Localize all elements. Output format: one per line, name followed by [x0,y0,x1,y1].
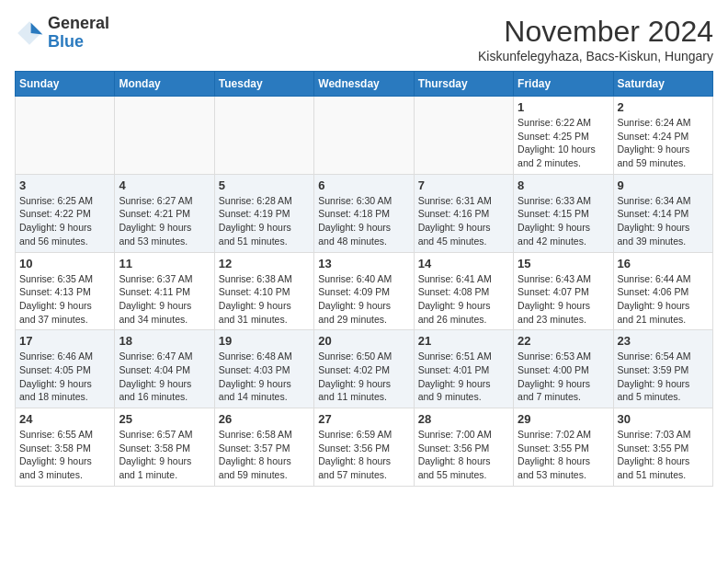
calendar-cell: 12Sunrise: 6:38 AM Sunset: 4:10 PM Dayli… [214,252,313,330]
day-number: 24 [19,412,110,426]
calendar-week-4: 17Sunrise: 6:46 AM Sunset: 4:05 PM Dayli… [16,330,713,408]
day-info: Sunrise: 6:22 AM Sunset: 4:25 PM Dayligh… [518,116,609,170]
day-number: 23 [618,334,709,348]
calendar-header-row: SundayMondayTuesdayWednesdayThursdayFrid… [16,72,713,97]
day-number: 20 [318,334,409,348]
day-info: Sunrise: 6:46 AM Sunset: 4:05 PM Dayligh… [19,350,110,404]
day-info: Sunrise: 6:55 AM Sunset: 3:58 PM Dayligh… [19,428,110,482]
day-number: 25 [119,412,210,426]
calendar-cell: 24Sunrise: 6:55 AM Sunset: 3:58 PM Dayli… [16,408,115,487]
calendar-cell [214,97,313,175]
calendar-cell: 14Sunrise: 6:41 AM Sunset: 4:08 PM Dayli… [414,252,513,330]
calendar-cell: 18Sunrise: 6:47 AM Sunset: 4:04 PM Dayli… [115,330,214,408]
day-info: Sunrise: 6:30 AM Sunset: 4:18 PM Dayligh… [318,194,409,248]
calendar-cell: 5Sunrise: 6:28 AM Sunset: 4:19 PM Daylig… [214,174,313,252]
calendar-cell: 3Sunrise: 6:25 AM Sunset: 4:22 PM Daylig… [16,174,115,252]
calendar-cell: 17Sunrise: 6:46 AM Sunset: 4:05 PM Dayli… [16,330,115,408]
calendar-cell: 1Sunrise: 6:22 AM Sunset: 4:25 PM Daylig… [514,97,613,175]
calendar-week-2: 3Sunrise: 6:25 AM Sunset: 4:22 PM Daylig… [16,174,713,252]
calendar-cell: 23Sunrise: 6:54 AM Sunset: 3:59 PM Dayli… [613,330,712,408]
day-header-monday: Monday [115,72,214,97]
day-info: Sunrise: 6:41 AM Sunset: 4:08 PM Dayligh… [418,272,509,327]
day-info: Sunrise: 7:03 AM Sunset: 3:55 PM Dayligh… [618,428,709,482]
calendar-cell [414,97,513,175]
day-info: Sunrise: 6:25 AM Sunset: 4:22 PM Dayligh… [19,194,110,248]
calendar-cell: 10Sunrise: 6:35 AM Sunset: 4:13 PM Dayli… [16,252,115,330]
day-number: 15 [518,257,609,270]
header: General Blue November 2024 Kiskunfelegyh… [15,15,713,63]
calendar-cell: 20Sunrise: 6:50 AM Sunset: 4:02 PM Dayli… [314,330,414,408]
calendar-cell: 7Sunrise: 6:31 AM Sunset: 4:16 PM Daylig… [414,174,513,252]
calendar: SundayMondayTuesdayWednesdayThursdayFrid… [15,71,713,487]
day-info: Sunrise: 6:37 AM Sunset: 4:11 PM Dayligh… [119,272,210,327]
day-number: 12 [219,257,310,270]
calendar-cell: 6Sunrise: 6:30 AM Sunset: 4:18 PM Daylig… [314,174,414,252]
calendar-cell: 25Sunrise: 6:57 AM Sunset: 3:58 PM Dayli… [115,408,214,487]
calendar-cell: 19Sunrise: 6:48 AM Sunset: 4:03 PM Dayli… [214,330,313,408]
day-number: 21 [418,334,509,348]
day-info: Sunrise: 6:43 AM Sunset: 4:07 PM Dayligh… [518,272,609,327]
day-number: 17 [19,334,110,348]
day-info: Sunrise: 6:33 AM Sunset: 4:15 PM Dayligh… [518,194,609,248]
day-info: Sunrise: 6:44 AM Sunset: 4:06 PM Dayligh… [618,272,709,327]
svg-marker-1 [31,23,43,35]
day-number: 13 [318,257,409,270]
day-info: Sunrise: 7:00 AM Sunset: 3:56 PM Dayligh… [418,428,509,482]
calendar-week-5: 24Sunrise: 6:55 AM Sunset: 3:58 PM Dayli… [16,408,713,487]
logo-general: General [48,14,109,32]
calendar-week-3: 10Sunrise: 6:35 AM Sunset: 4:13 PM Dayli… [16,252,713,330]
calendar-cell [115,97,214,175]
day-header-thursday: Thursday [414,72,513,97]
day-number: 9 [618,178,709,192]
calendar-cell: 15Sunrise: 6:43 AM Sunset: 4:07 PM Dayli… [514,252,613,330]
logo-icon [15,18,44,48]
day-info: Sunrise: 6:48 AM Sunset: 4:03 PM Dayligh… [219,350,310,404]
day-number: 28 [418,412,509,426]
calendar-cell: 8Sunrise: 6:33 AM Sunset: 4:15 PM Daylig… [514,174,613,252]
logo-text: General Blue [48,15,109,52]
calendar-cell: 11Sunrise: 6:37 AM Sunset: 4:11 PM Dayli… [115,252,214,330]
day-number: 27 [318,412,409,426]
day-info: Sunrise: 6:27 AM Sunset: 4:21 PM Dayligh… [119,194,210,248]
day-number: 30 [618,412,709,426]
day-info: Sunrise: 6:47 AM Sunset: 4:04 PM Dayligh… [119,350,210,404]
logo: General Blue [15,15,109,52]
day-info: Sunrise: 6:59 AM Sunset: 3:56 PM Dayligh… [318,428,409,482]
day-header-friday: Friday [514,72,613,97]
calendar-cell: 13Sunrise: 6:40 AM Sunset: 4:09 PM Dayli… [314,252,414,330]
day-number: 3 [19,178,110,192]
day-info: Sunrise: 6:31 AM Sunset: 4:16 PM Dayligh… [418,194,509,248]
calendar-cell: 29Sunrise: 7:02 AM Sunset: 3:55 PM Dayli… [514,408,613,487]
day-info: Sunrise: 6:28 AM Sunset: 4:19 PM Dayligh… [219,194,310,248]
day-info: Sunrise: 6:40 AM Sunset: 4:09 PM Dayligh… [318,272,409,327]
day-info: Sunrise: 6:57 AM Sunset: 3:58 PM Dayligh… [119,428,210,482]
day-info: Sunrise: 6:53 AM Sunset: 4:00 PM Dayligh… [518,350,609,404]
day-info: Sunrise: 6:54 AM Sunset: 3:59 PM Dayligh… [618,350,709,404]
calendar-cell: 21Sunrise: 6:51 AM Sunset: 4:01 PM Dayli… [414,330,513,408]
day-number: 22 [518,334,609,348]
calendar-cell: 28Sunrise: 7:00 AM Sunset: 3:56 PM Dayli… [414,408,513,487]
day-info: Sunrise: 6:50 AM Sunset: 4:02 PM Dayligh… [318,350,409,404]
day-info: Sunrise: 6:51 AM Sunset: 4:01 PM Dayligh… [418,350,509,404]
location-subtitle: Kiskunfelegyhaza, Bacs-Kiskun, Hungary [478,49,713,63]
calendar-week-1: 1Sunrise: 6:22 AM Sunset: 4:25 PM Daylig… [16,97,713,175]
day-number: 1 [518,100,609,114]
title-area: November 2024 Kiskunfelegyhaza, Bacs-Kis… [478,15,713,63]
calendar-cell: 22Sunrise: 6:53 AM Sunset: 4:00 PM Dayli… [514,330,613,408]
day-number: 11 [119,257,210,270]
day-number: 26 [219,412,310,426]
month-title: November 2024 [478,15,713,49]
logo-blue: Blue [48,32,84,51]
day-number: 8 [518,178,609,192]
calendar-cell: 27Sunrise: 6:59 AM Sunset: 3:56 PM Dayli… [314,408,414,487]
day-number: 18 [119,334,210,348]
calendar-cell: 16Sunrise: 6:44 AM Sunset: 4:06 PM Dayli… [613,252,712,330]
day-info: Sunrise: 6:24 AM Sunset: 4:24 PM Dayligh… [618,116,709,170]
calendar-cell: 26Sunrise: 6:58 AM Sunset: 3:57 PM Dayli… [214,408,313,487]
day-number: 29 [518,412,609,426]
day-info: Sunrise: 6:38 AM Sunset: 4:10 PM Dayligh… [219,272,310,327]
calendar-cell: 30Sunrise: 7:03 AM Sunset: 3:55 PM Dayli… [613,408,712,487]
day-info: Sunrise: 6:35 AM Sunset: 4:13 PM Dayligh… [19,272,110,327]
calendar-cell [314,97,414,175]
day-number: 4 [119,178,210,192]
